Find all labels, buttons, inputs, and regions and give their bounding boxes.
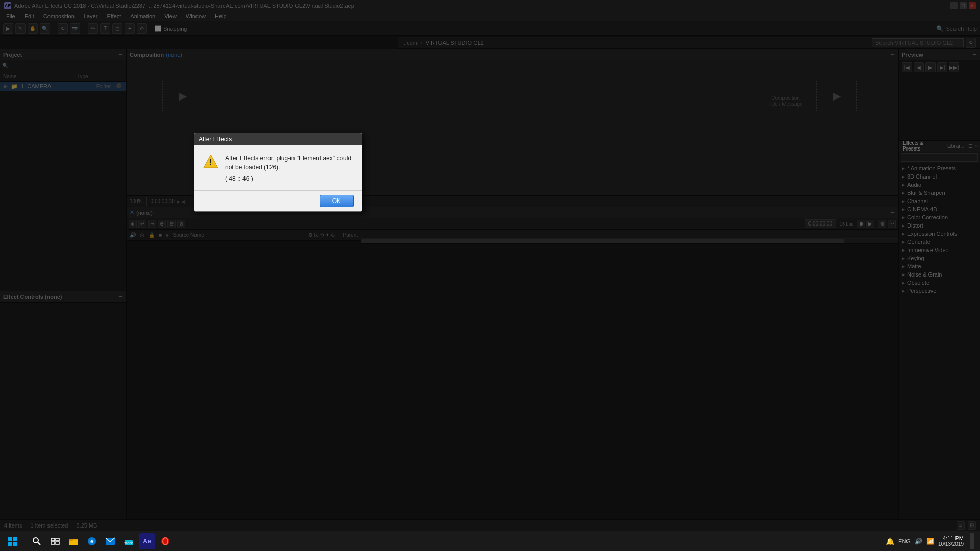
svg-line-8 — [38, 542, 40, 545]
svg-rect-5 — [8, 542, 12, 546]
svg-rect-6 — [13, 542, 17, 546]
taskbar-opera-btn[interactable] — [157, 533, 174, 549]
taskbar: e store Ae 🔔 ENG 🔊 📶 4:11 PM 10/13/2019 — [0, 531, 980, 551]
taskbar-apps: e store Ae — [24, 533, 178, 549]
taskbar-ae-btn[interactable]: Ae — [139, 533, 155, 549]
svg-rect-11 — [51, 542, 55, 544]
dialog-footer: OK — [194, 190, 362, 211]
dialog-ok-button[interactable]: OK — [320, 195, 354, 207]
svg-text:e: e — [90, 538, 93, 544]
show-desktop-btn[interactable] — [970, 533, 974, 549]
svg-rect-12 — [56, 542, 59, 544]
taskbar-windows-store-btn[interactable]: store — [120, 533, 137, 549]
dialog-text-line1: After Effects error: plug-in "Element.ae… — [225, 154, 354, 172]
modal-overlay: After Effects ! After Effects error: plu… — [0, 0, 980, 551]
taskbar-search-btn[interactable] — [29, 533, 45, 549]
taskbar-file-explorer-btn[interactable] — [65, 533, 82, 549]
svg-text:store: store — [124, 541, 133, 545]
taskbar-network-icon[interactable]: 📶 — [926, 538, 934, 545]
taskbar-task-view-btn[interactable] — [47, 533, 63, 549]
taskbar-clock[interactable]: 4:11 PM 10/13/2019 — [938, 535, 964, 547]
svg-rect-10 — [56, 538, 59, 541]
error-dialog: After Effects ! After Effects error: plu… — [194, 133, 362, 212]
taskbar-notification-icon[interactable]: 🔔 — [886, 537, 894, 545]
dialog-body: ! After Effects error: plug-in "Element.… — [194, 145, 362, 190]
warning-icon: ! — [203, 154, 219, 170]
start-button[interactable] — [0, 531, 24, 552]
svg-text:!: ! — [209, 158, 212, 166]
taskbar-volume-icon[interactable]: 🔊 — [915, 538, 922, 545]
svg-point-7 — [33, 538, 38, 543]
svg-rect-4 — [13, 537, 17, 541]
dialog-title: After Effects — [199, 136, 232, 143]
dialog-title-bar: After Effects — [194, 133, 362, 145]
svg-rect-9 — [51, 538, 55, 541]
svg-rect-15 — [69, 539, 73, 541]
taskbar-time: 4:11 PM — [943, 535, 964, 541]
dialog-text-line2: ( 48 :: 46 ) — [225, 175, 354, 182]
taskbar-date: 10/13/2019 — [938, 541, 964, 547]
taskbar-edge-btn[interactable]: e — [84, 533, 100, 549]
taskbar-keyboard-icon: ENG — [898, 538, 911, 544]
dialog-message: After Effects error: plug-in "Element.ae… — [225, 154, 354, 182]
taskbar-mail-btn[interactable] — [102, 533, 118, 549]
svg-rect-3 — [8, 537, 12, 541]
taskbar-right: 🔔 ENG 🔊 📶 4:11 PM 10/13/2019 — [886, 533, 980, 549]
